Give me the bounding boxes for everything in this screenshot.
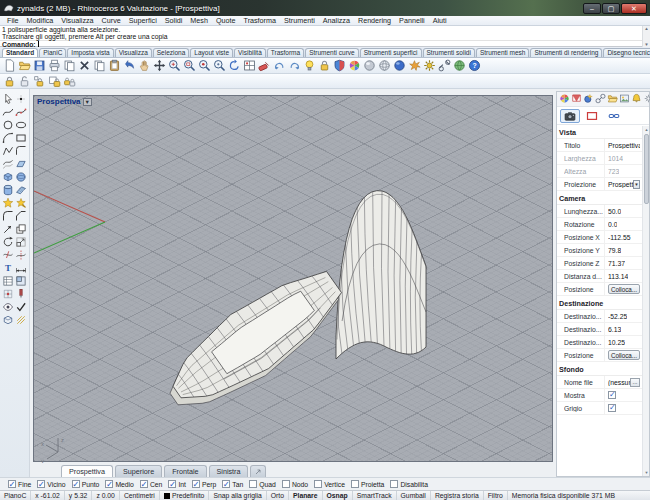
new-document-icon[interactable] [2,59,17,73]
panel-tab-properties-icon[interactable] [559,93,570,105]
command-history[interactable]: 1 polisuperficie aggiunta alla selezione… [0,26,650,47]
toolbar-tab-strumenti-mesh[interactable]: Strumenti mesh [476,48,530,58]
checkbox-grigio[interactable] [608,404,616,412]
panel-tab-link-icon[interactable] [595,93,606,105]
menu-solidi[interactable]: Solidi [161,16,187,26]
rotate-view-icon[interactable] [227,59,242,73]
subtab-camera-icon[interactable] [560,109,580,123]
trim-icon[interactable] [2,249,14,261]
plan-view-icon[interactable] [15,275,27,287]
curve-freeform-icon[interactable] [2,106,14,118]
copy-object-icon[interactable] [15,223,27,235]
visibility-icon[interactable] [2,301,14,313]
scroll-down-icon[interactable]: ▼ [644,42,648,47]
toggle-gumball[interactable]: Gumball [397,491,431,500]
panel-gear-icon[interactable] [643,93,650,105]
move-icon[interactable] [152,59,167,73]
panel-tab-folder-icon[interactable] [607,93,618,105]
panel-tab-materials-icon[interactable] [583,93,594,105]
checkbox-vicino[interactable] [37,480,45,488]
subtab-display-rect-icon[interactable] [582,109,602,123]
menu-rendering[interactable]: Rendering [354,16,395,26]
menu-file[interactable]: File [3,16,23,26]
dimension-icon[interactable] [15,262,27,274]
solid-box-icon[interactable] [2,171,14,183]
command-scrollbar[interactable]: ▲▼ [642,26,650,47]
surface-loft-icon[interactable] [15,184,27,196]
zoom-target-icon[interactable] [212,59,227,73]
print-icon[interactable] [47,59,62,73]
scrollbar-thumb[interactable] [644,134,649,204]
lamp-icon[interactable] [302,59,317,73]
undo-view-icon[interactable] [272,59,287,73]
select-arrow-icon[interactable] [2,93,14,105]
erase-icon[interactable] [257,59,272,73]
checkbox-int[interactable] [168,480,176,488]
sphere-blue-icon[interactable] [392,59,407,73]
polyline-icon[interactable] [2,145,14,157]
viewport-prospettiva[interactable]: z x y Prospettiva ▼ [33,95,553,462]
paste-icon[interactable] [107,59,122,73]
toolbar-tab-imposta-vista[interactable]: Imposta vista [67,48,113,58]
toolbar-tab-layout-viste[interactable]: Layout viste [190,48,233,58]
delete-icon[interactable] [77,59,92,73]
browse-button[interactable]: ... [630,378,640,387]
copy-icon[interactable] [92,59,107,73]
toolbar-tab-seleziona[interactable]: Seleziona [153,48,190,58]
minimize-button[interactable]: – [583,3,601,14]
property-value[interactable]: 0.0 [608,221,617,228]
burst-icon[interactable] [407,59,422,73]
new-viewport-tab-icon[interactable] [250,465,266,477]
open-file-icon[interactable] [17,59,32,73]
property-value[interactable]: 50.0 [608,208,621,215]
chevron-down-icon[interactable]: ▼ [633,180,640,189]
panel-scrollbar[interactable]: ▲ ▼ [642,126,649,476]
menu-curve[interactable]: Curve [98,16,125,26]
lock-partial-icon[interactable] [32,74,47,88]
toggle-registra-storia[interactable]: Registra storia [431,491,484,500]
toolbar-tab-visualizza[interactable]: Visualizza [115,48,152,58]
checkbox-nodo[interactable] [282,480,290,488]
osnap-vertice[interactable]: Vertice [314,480,345,488]
toggle-orto[interactable]: Orto [267,491,289,500]
layer-lock-icon[interactable] [47,74,62,88]
checkbox-perp[interactable] [192,480,200,488]
help-icon[interactable]: ? [467,59,482,73]
rotate-object-icon[interactable] [2,236,14,248]
panel-tab-image-icon[interactable] [619,93,630,105]
toggle-filtro[interactable]: Filtro [484,491,508,500]
viewport-tab-frontale[interactable]: Frontale [164,465,206,477]
menu-modifica[interactable]: Modifica [23,16,58,26]
property-value[interactable]: 71.37 [608,260,625,267]
toggle-snap-alla-griglia[interactable]: Snap alla griglia [209,491,266,500]
drill-hole-icon[interactable] [15,288,27,300]
osnap-punto[interactable]: Punto [72,480,100,488]
command-input[interactable]: Comando: [0,40,650,47]
toolbar-tab-disegno-tecnic[interactable]: Disegno tecnic [603,48,650,58]
toolbar-tab-standard[interactable]: Standard [2,48,38,58]
redo-view-icon[interactable] [287,59,302,73]
toolbar-tab-strumenti-curve[interactable]: Strumenti curve [305,48,359,58]
chevron-down-icon[interactable]: ▼ [83,98,92,106]
checkbox-cen[interactable] [140,480,148,488]
osnap-disabilita[interactable]: Disabilita [390,480,428,488]
circle-icon[interactable] [2,119,14,131]
menu-analizza[interactable]: Analizza [319,16,354,26]
shoe-model-wireframe[interactable] [170,191,427,405]
osnap-medio[interactable]: Medio [105,480,134,488]
property-value[interactable]: 10.25 [608,339,625,346]
scale-object-icon[interactable] [15,236,27,248]
osnap-vicino[interactable]: Vicino [37,480,65,488]
checkbox-medio[interactable] [105,480,113,488]
save-icon[interactable] [32,59,47,73]
globe-icon[interactable] [452,59,467,73]
move-object-icon[interactable] [2,223,14,235]
check-errors-icon[interactable] [15,301,27,313]
solid-sphere-icon[interactable] [15,171,27,183]
scroll-down-icon[interactable]: ▼ [643,470,650,475]
zoom-extents-icon[interactable] [242,59,257,73]
colloca-button[interactable]: Colloca... [608,350,640,360]
sphere-wire-icon[interactable] [377,59,392,73]
hatch-icon[interactable] [15,314,27,326]
zoom-window-icon[interactable] [182,59,197,73]
